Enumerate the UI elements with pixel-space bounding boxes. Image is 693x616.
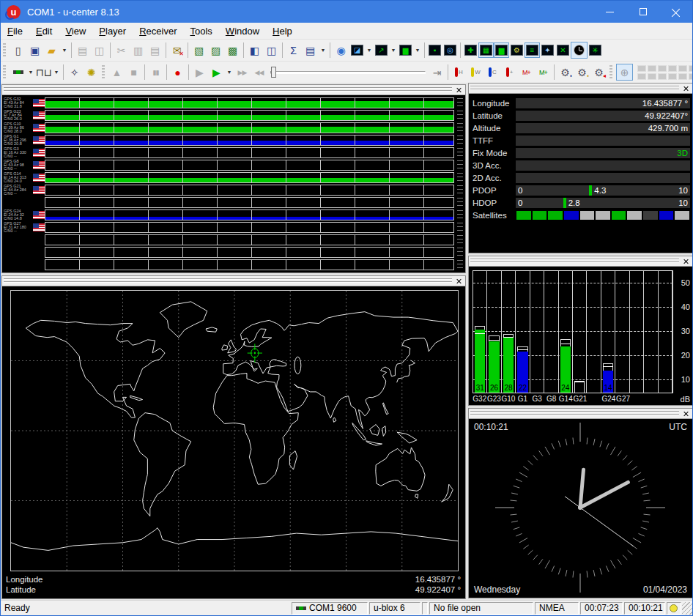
menu-edit[interactable]: Edit bbox=[29, 24, 59, 38]
toolbar-separator bbox=[243, 42, 244, 58]
clock-view-button[interactable] bbox=[571, 42, 588, 59]
map-view-button[interactable]: ▪ bbox=[427, 42, 442, 58]
menu-receiver[interactable]: Receiver bbox=[133, 24, 183, 38]
copy-button[interactable]: ▥ bbox=[130, 42, 147, 59]
chart-view-button[interactable]: ↗ bbox=[374, 42, 389, 58]
play-button[interactable]: ▶ bbox=[208, 64, 225, 81]
debug-messages-button[interactable]: ✺ bbox=[83, 64, 100, 81]
statistic-view-button[interactable]: Σ bbox=[285, 42, 302, 59]
cut-button[interactable]: ✂ bbox=[113, 42, 130, 59]
playback-position-slider-handle[interactable] bbox=[271, 67, 276, 78]
panel-header[interactable] bbox=[2, 276, 465, 286]
receiver-reset-button[interactable]: + bbox=[501, 64, 518, 81]
us-flag-icon bbox=[33, 124, 45, 132]
menu-file[interactable]: File bbox=[1, 24, 29, 38]
toolbar-separator bbox=[166, 42, 166, 58]
signal-chart-button[interactable]: ▆ bbox=[494, 42, 509, 58]
record-button[interactable]: ● bbox=[169, 64, 186, 81]
playback-position-slider[interactable] bbox=[270, 64, 426, 81]
close-button[interactable] bbox=[659, 1, 692, 23]
panel-header[interactable] bbox=[469, 84, 692, 94]
new-file-button[interactable]: ▯ bbox=[10, 42, 26, 59]
autobaud-wand-button[interactable]: ✧ bbox=[66, 64, 83, 81]
print-button[interactable]: ▤ bbox=[74, 42, 91, 59]
toolbar-grip[interactable] bbox=[3, 43, 6, 58]
paste-button-icon: ▤ bbox=[150, 45, 160, 56]
chart-view-dropdown[interactable]: ▼ bbox=[389, 42, 398, 59]
menu-tools[interactable]: Tools bbox=[184, 24, 219, 38]
panel-close-icon[interactable] bbox=[682, 257, 690, 265]
config-save-gear-button[interactable]: ⚙▪ bbox=[557, 64, 574, 81]
pause-button[interactable]: ▮▮ bbox=[147, 64, 164, 81]
paste-button[interactable]: ▤ bbox=[147, 42, 163, 59]
panel-header[interactable] bbox=[2, 85, 465, 95]
histogram-chart-button[interactable]: ▆ bbox=[398, 42, 413, 58]
x-axis-category-label bbox=[645, 395, 659, 405]
receiver-hot-start-button[interactable]: H bbox=[451, 64, 467, 81]
configuration-view-button[interactable]: ⚙ bbox=[509, 42, 525, 58]
deviation-map-button[interactable]: ◎ bbox=[442, 42, 458, 58]
save-file-button[interactable]: ▣ bbox=[26, 42, 43, 59]
open-file-button[interactable]: ▰ bbox=[43, 42, 60, 59]
data-view-button[interactable]: ▦ bbox=[478, 42, 494, 58]
step-forward-button[interactable]: ▶ bbox=[191, 64, 208, 81]
menu-window[interactable]: Window bbox=[219, 24, 266, 38]
new-binary-view-button[interactable]: ▨ bbox=[207, 42, 224, 59]
toolbar-grip[interactable] bbox=[3, 65, 6, 80]
stop-button[interactable]: ■ bbox=[125, 64, 142, 81]
resize-grip[interactable] bbox=[682, 602, 692, 615]
config-open-gear-button[interactable]: ⚙▪ bbox=[574, 64, 590, 81]
play-to-end-button[interactable]: ⇥ bbox=[429, 64, 445, 81]
dock-layout-button[interactable]: ◧ bbox=[246, 42, 263, 59]
data-meter: 0102.8 bbox=[516, 198, 690, 208]
panel-header[interactable] bbox=[469, 409, 692, 419]
toolbar-grip[interactable] bbox=[102, 65, 105, 80]
signal-strength-panel: 312628222414 G32G23G10G1G3G8G14G21G24G27… bbox=[468, 256, 693, 406]
sky-view-button[interactable]: ✚ bbox=[463, 42, 478, 58]
menu-view[interactable]: View bbox=[59, 24, 92, 38]
send-log-email-button[interactable]: ✉✕ bbox=[168, 42, 185, 59]
new-packet-view-button[interactable]: ▧ bbox=[190, 42, 207, 59]
table-view-button[interactable]: ≡ bbox=[525, 42, 540, 58]
xy-plot-button[interactable]: ✕ bbox=[555, 42, 571, 58]
camera-view-button[interactable]: ◪ bbox=[349, 42, 365, 58]
store-config-button[interactable]: M+ bbox=[518, 64, 535, 81]
panel-close-icon[interactable] bbox=[455, 86, 463, 94]
history-scale-ticks bbox=[457, 185, 463, 195]
minimize-button[interactable] bbox=[593, 1, 626, 23]
baudrate-button[interactable]: ⊓⊔ bbox=[35, 64, 52, 81]
receiver-warm-start-button[interactable]: W bbox=[467, 64, 484, 81]
panel-close-icon[interactable] bbox=[455, 277, 463, 285]
column-layout-button[interactable]: ◫ bbox=[263, 42, 280, 59]
statistics-view-button[interactable]: ✳ bbox=[588, 42, 603, 58]
open-file-dropdown[interactable]: ▼ bbox=[60, 42, 69, 59]
data-label: TTFF bbox=[472, 136, 493, 145]
message-view-dropdown[interactable]: ▼ bbox=[319, 42, 327, 59]
baudrate-dropdown[interactable]: ▼ bbox=[52, 64, 61, 81]
print-preview-button[interactable]: ◫ bbox=[91, 42, 108, 59]
skip-to-start-button[interactable]: ◀◀ bbox=[251, 64, 267, 81]
panel-close-icon[interactable] bbox=[682, 84, 690, 92]
config-reset-gear-button[interactable]: ⚙◂ bbox=[590, 64, 607, 81]
panel-header[interactable] bbox=[469, 256, 692, 267]
new-text-view-button[interactable]: ▩ bbox=[224, 42, 241, 59]
maximize-button[interactable] bbox=[626, 1, 659, 23]
message-view-button[interactable]: ▤ bbox=[302, 42, 319, 59]
connect-port-dropdown[interactable]: ▼ bbox=[26, 64, 35, 81]
fast-forward-button[interactable]: ▶▶ bbox=[234, 64, 251, 81]
title-bar[interactable]: u COM1 - u-center 8.13 bbox=[1, 1, 692, 23]
receiver-cold-start-button[interactable]: C bbox=[484, 64, 501, 81]
eject-logfile-button[interactable]: ▲ bbox=[108, 64, 125, 81]
google-earth-button[interactable]: ◉ bbox=[333, 42, 349, 59]
recall-config-button[interactable]: M+ bbox=[535, 64, 552, 81]
menu-player[interactable]: Player bbox=[92, 24, 133, 38]
play-speed-dropdown[interactable]: ▼ bbox=[225, 64, 234, 81]
menu-help[interactable]: Help bbox=[266, 24, 299, 38]
panel-close-icon[interactable] bbox=[682, 409, 690, 418]
packet-console-button[interactable]: ✦ bbox=[540, 42, 555, 58]
histogram-chart-dropdown[interactable]: ▼ bbox=[413, 42, 422, 59]
reconnect-button[interactable]: ⊕ bbox=[616, 64, 633, 81]
toolbar-grip[interactable] bbox=[609, 65, 612, 80]
camera-view-dropdown[interactable]: ▼ bbox=[365, 42, 374, 59]
connect-receiver-button[interactable] bbox=[10, 64, 26, 81]
